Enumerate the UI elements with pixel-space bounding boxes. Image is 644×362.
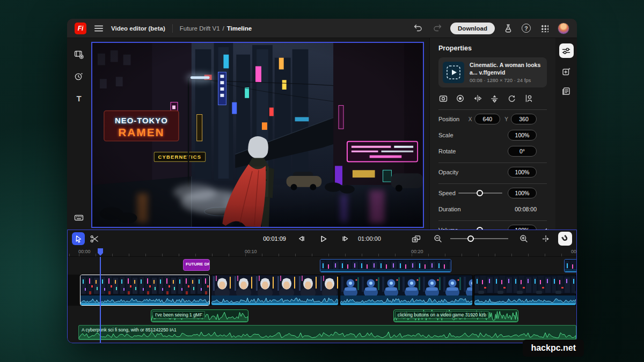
position-label: Position xyxy=(438,116,464,122)
text-clip[interactable]: FUTURE DRI xyxy=(183,259,210,271)
playhead-jump-icon[interactable] xyxy=(539,232,552,245)
scale-row: Scale 100% xyxy=(430,128,555,142)
play-button[interactable] xyxy=(317,232,330,245)
top-bar: Fi Video editor (beta) Future Drift V1 /… xyxy=(67,19,577,38)
breadcrumb-page: Timeline xyxy=(227,25,252,32)
flip-vertical-icon[interactable] xyxy=(490,94,499,103)
zoom-in-icon[interactable] xyxy=(517,232,530,245)
app-window: Fi Video editor (beta) Future Drift V1 /… xyxy=(67,19,577,343)
fit-timeline-icon[interactable] xyxy=(409,232,422,245)
timeline-tracks: FUTURE DRI xyxy=(68,257,576,343)
left-toolbar: T xyxy=(67,38,91,230)
video-clip-woman[interactable] xyxy=(211,275,339,306)
timeline-panel: 00:01:09 01:00:00 xyxy=(67,230,577,343)
speed-input[interactable]: 100% xyxy=(508,188,537,198)
step-back-icon[interactable] xyxy=(295,232,308,245)
timeline-zoom-slider[interactable] xyxy=(450,235,508,242)
ruler-label: 00:20 xyxy=(411,249,423,254)
position-x-input[interactable]: 640 xyxy=(474,114,500,124)
layer-order-icon[interactable] xyxy=(524,94,533,103)
sfx-clip-2[interactable]: clicking buttons on a video game 31920 k… xyxy=(393,309,518,322)
sfx-clip-1[interactable]: I've been seeing 1 gMF xyxy=(151,309,248,322)
clip-tools-row xyxy=(430,87,555,108)
hamburger-menu-icon[interactable] xyxy=(93,23,104,34)
speed-row: Speed 100% xyxy=(430,186,555,200)
keyboard-shortcuts-icon[interactable] xyxy=(72,211,85,224)
duration-label: Duration xyxy=(438,206,515,212)
apps-grid-icon[interactable] xyxy=(539,23,550,34)
ruler-label: 00:10 xyxy=(245,249,257,254)
current-timecode: 00:01:09 xyxy=(263,235,286,242)
flip-horizontal-icon[interactable] xyxy=(473,94,482,103)
speed-label: Speed xyxy=(438,190,458,196)
timeline-ruler[interactable]: 00:00 00:10 00:20 00:30 xyxy=(68,247,576,257)
rotate-icon[interactable] xyxy=(507,94,516,103)
split-scissors-icon[interactable] xyxy=(88,232,101,245)
clip-name: Cinematic. A woman looks a... v.ffgenvid xyxy=(470,62,543,76)
properties-toggle-icon[interactable] xyxy=(559,43,574,58)
clip-meta: 00:08 · 1280 × 720 · 24 fps xyxy=(470,77,543,83)
clip-thumbnail xyxy=(443,62,464,83)
ruler-label: 00:30 xyxy=(571,249,576,254)
transport-controls: 00:01:09 01:00:00 xyxy=(263,232,381,245)
total-timecode: 01:00:00 xyxy=(358,235,381,242)
avatar[interactable] xyxy=(558,23,569,34)
sfx-clip-label: I've been seeing 1 gMF xyxy=(152,311,205,319)
scale-input[interactable]: 100% xyxy=(508,130,537,141)
opacity-input[interactable]: 100% xyxy=(508,167,537,178)
mask-icon[interactable] xyxy=(456,94,465,103)
topbar-divider xyxy=(172,24,173,33)
opacity-label: Opacity xyxy=(438,169,508,175)
add-media-icon[interactable] xyxy=(72,48,85,61)
beaker-icon[interactable] xyxy=(503,23,514,34)
breadcrumb: Future Drift V1 / Timeline xyxy=(180,25,252,32)
music-clip-label: A cyberpunk sci fi song, with or 8512422… xyxy=(82,327,177,333)
playhead-line[interactable] xyxy=(100,257,101,343)
help-icon[interactable]: ? xyxy=(522,24,531,33)
volume-input[interactable]: 100% xyxy=(508,225,537,230)
speed-slider[interactable] xyxy=(458,190,502,196)
select-tool-button[interactable] xyxy=(72,232,85,245)
right-toolbar xyxy=(555,38,577,230)
text-tool-icon[interactable]: T xyxy=(72,92,85,105)
x-label: X xyxy=(469,116,472,122)
download-button[interactable]: Download xyxy=(450,23,495,34)
clip-card[interactable]: Cinematic. A woman looks a... v.ffgenvid… xyxy=(438,57,547,87)
properties-title: Properties xyxy=(430,45,555,57)
generate-media-icon[interactable] xyxy=(560,65,573,78)
ruler-label: 00:00 xyxy=(78,249,91,254)
video-preview[interactable]: NEO-TOKYO NEO-TOKYO RAMEN RAMEN CYBERNET… xyxy=(91,42,424,228)
video-clip-city-2[interactable] xyxy=(474,275,576,306)
editor-main: T xyxy=(67,38,577,230)
project-name[interactable]: Future Drift V1 xyxy=(180,25,220,32)
position-y-input[interactable]: 360 xyxy=(511,114,537,124)
preview-scene: NEO-TOKYO NEO-TOKYO RAMEN RAMEN CYBERNET… xyxy=(92,43,423,227)
timeline-toolbar: 00:01:09 01:00:00 xyxy=(68,230,576,247)
breadcrumb-separator: / xyxy=(223,25,224,32)
redo-icon[interactable] xyxy=(431,23,442,34)
sfx-clip-label: clicking buttons on a video game 31920 k… xyxy=(395,311,489,319)
video-clip-robot[interactable] xyxy=(340,275,473,306)
watermark: hackpc.net xyxy=(523,339,584,357)
frame-icon[interactable] xyxy=(438,94,448,103)
overlay-video-clip[interactable] xyxy=(564,259,576,272)
rotate-label: Rotate xyxy=(438,148,508,154)
rotate-row: Rotate 0° xyxy=(430,144,555,158)
scale-label: Scale xyxy=(438,132,508,138)
duration-value: 00:08:00 xyxy=(515,206,537,212)
duration-row: Duration 00:08:00 xyxy=(430,202,555,216)
step-forward-icon[interactable] xyxy=(339,232,352,245)
history-clock-icon[interactable] xyxy=(72,70,85,83)
overlay-video-clip[interactable] xyxy=(320,259,451,272)
properties-panel: Properties Cinematic. A woman looks a...… xyxy=(429,38,555,230)
firefly-logo[interactable]: Fi xyxy=(75,23,86,34)
y-label: Y xyxy=(504,116,508,122)
music-clip[interactable]: A cyberpunk sci fi song, with or 8512422… xyxy=(78,325,576,340)
position-row: Position X 640 Y 360 xyxy=(430,112,555,126)
undo-icon[interactable] xyxy=(413,23,423,34)
captions-icon[interactable] xyxy=(560,85,573,98)
zoom-out-icon[interactable] xyxy=(431,232,444,245)
snap-magnet-button[interactable] xyxy=(558,232,572,246)
opacity-row: Opacity 100% xyxy=(430,165,555,179)
rotate-input[interactable]: 0° xyxy=(508,146,537,157)
